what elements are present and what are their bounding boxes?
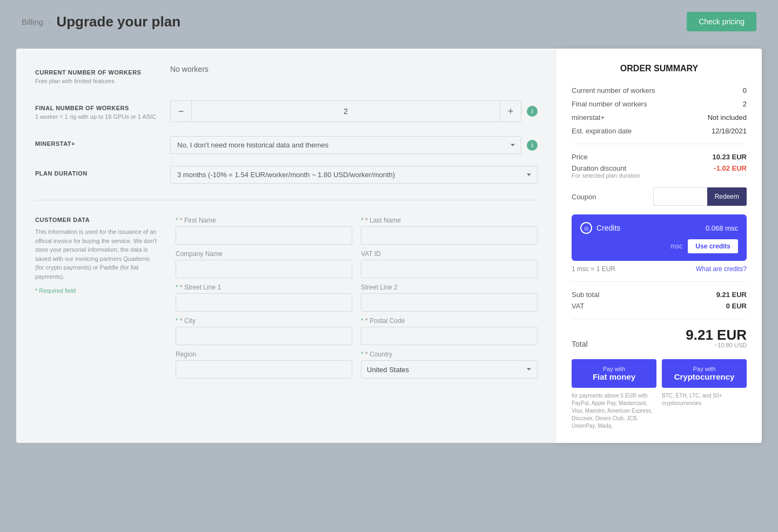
vat-row: VAT 0 EUR: [572, 302, 747, 310]
country-label: * * Country: [361, 351, 538, 358]
summary-minerstat: minerstat+ Not included: [572, 113, 747, 122]
street-line1-input[interactable]: [176, 293, 352, 312]
country-select[interactable]: United States: [361, 360, 538, 379]
city-postal-row: * * City * * Postal Code: [176, 317, 538, 345]
credits-icon: ◎: [580, 222, 592, 234]
vat-id-input[interactable]: [361, 260, 538, 278]
worker-count-value: 2: [191, 101, 500, 122]
pay-crypto-button[interactable]: Pay with Cryptocurrency: [662, 359, 747, 388]
minerstat-label-col: MINERSTAT+: [35, 136, 159, 149]
worker-stepper: − 2 +: [170, 100, 521, 122]
subtotal-section: Sub total 9.21 EUR VAT 0 EUR: [572, 291, 747, 310]
summary-divider-1: [572, 144, 747, 144]
region-col: Region: [176, 351, 352, 379]
final-workers-sublabel: 1 worker = 1 rig with up to 16 GPUs or 1…: [35, 113, 159, 120]
billing-breadcrumb[interactable]: Billing: [22, 17, 43, 26]
summary-divider-2: [572, 281, 747, 282]
crypto-payment-note: BTC, ETH, LTC, and 50+ cryptocurrencies: [662, 392, 747, 430]
customer-form: * * First Name * * Last Name Company Nam…: [176, 217, 538, 384]
pay-fiat-label: Pay with: [577, 366, 651, 372]
region-label: Region: [176, 351, 352, 358]
company-name-label: Company Name: [176, 250, 352, 258]
current-workers-sublabel: Free plan with limited features: [35, 78, 159, 84]
final-workers-control: − 2 + i: [170, 100, 538, 122]
duration-discount-row: Duration discount For selected plan dura…: [572, 164, 747, 179]
current-workers-control: No workers: [170, 65, 538, 73]
street-line2-input[interactable]: [361, 293, 538, 312]
postal-code-col: * * Postal Code: [361, 317, 538, 345]
required-note: * Required field: [35, 287, 159, 294]
summary-final-workers: Final number of workers 2: [572, 100, 747, 108]
total-section: Total 9.21 EUR ~10.80 USD: [572, 328, 747, 348]
customer-data-desc: This information is used for the issuanc…: [35, 227, 159, 281]
vat-id-col: VAT ID: [361, 250, 538, 278]
breadcrumb: Billing › Upgrade your plan: [22, 14, 180, 30]
use-credits-button[interactable]: Use credits: [688, 239, 738, 253]
region-input[interactable]: [176, 360, 352, 379]
summary-final-workers-value: 2: [743, 100, 747, 108]
credits-info-row: 1 msc = 1 EUR What are credits?: [572, 265, 747, 273]
current-workers-row: CURRENT NUMBER OF WORKERS Free plan with…: [35, 65, 538, 89]
total-row: Total 9.21 EUR ~10.80 USD: [572, 328, 747, 348]
right-panel: ORDER SUMMARY Current number of workers …: [556, 49, 762, 443]
subtotal-row: Sub total 9.21 EUR: [572, 291, 747, 299]
minerstat-control: No, I don't need more historical data an…: [170, 136, 538, 154]
left-panel: CURRENT NUMBER OF WORKERS Free plan with…: [16, 49, 556, 443]
plan-duration-select[interactable]: 3 months (-10% = 1.54 EUR/worker/month ~…: [170, 166, 538, 184]
last-name-input[interactable]: [361, 226, 538, 245]
vat-label: VAT: [572, 302, 584, 310]
final-workers-label: FINAL NUMBER OF WORKERS: [35, 105, 159, 111]
subtotal-value: 9.21 EUR: [716, 291, 747, 299]
name-row: * * First Name * * Last Name: [176, 217, 538, 245]
company-name-input[interactable]: [176, 260, 352, 278]
what-are-credits-link[interactable]: What are credits?: [696, 265, 747, 273]
price-label: Price: [572, 153, 588, 161]
redeem-button[interactable]: Redeem: [707, 187, 747, 206]
payment-notes: for payments above 5 EUR with PayPal, Ap…: [572, 392, 747, 430]
summary-final-workers-label: Final number of workers: [572, 100, 647, 108]
pay-fiat-button[interactable]: Pay with Fiat money: [572, 359, 656, 388]
minerstat-select[interactable]: No, I don't need more historical data an…: [170, 136, 521, 154]
pay-crypto-label: Pay with: [667, 366, 741, 372]
first-name-input[interactable]: [176, 226, 352, 245]
current-workers-label-col: CURRENT NUMBER OF WORKERS Free plan with…: [35, 65, 159, 89]
fiat-payment-note: for payments above 5 EUR with PayPal, Ap…: [572, 392, 656, 430]
city-label: * * City: [176, 317, 352, 325]
order-summary-title: ORDER SUMMARY: [572, 64, 747, 73]
city-col: * * City: [176, 317, 352, 345]
summary-minerstat-label: minerstat+: [572, 113, 605, 122]
credits-box: ◎ Credits 0.068 msc msc Use credits: [572, 214, 747, 261]
minerstat-info-icon[interactable]: i: [527, 140, 538, 151]
total-label: Total: [572, 340, 588, 348]
credits-amount: 0.068 msc: [706, 224, 738, 232]
plan-duration-select-wrapper: 3 months (-10% = 1.54 EUR/worker/month ~…: [170, 166, 538, 184]
duration-discount-value: -1.02 EUR: [714, 164, 747, 179]
check-pricing-button[interactable]: Check pricing: [687, 12, 756, 31]
country-col: * * Country United States: [361, 351, 538, 379]
increment-workers-button[interactable]: +: [500, 101, 521, 122]
company-vat-row: Company Name VAT ID: [176, 250, 538, 278]
credits-bottom: msc Use credits: [580, 239, 738, 253]
plan-duration-row: PLAN DURATION 3 months (-10% = 1.54 EUR/…: [35, 166, 538, 184]
customer-desc: CUSTOMER DATA This information is used f…: [35, 217, 159, 384]
summary-expiration-label: Est. expiration date: [572, 127, 632, 135]
summary-current-workers-label: Current number of workers: [572, 86, 655, 95]
coupon-input[interactable]: [653, 187, 707, 206]
street-line2-label: Street Line 2: [361, 284, 538, 291]
decrement-workers-button[interactable]: −: [171, 101, 191, 122]
page-title: Upgrade your plan: [56, 14, 180, 30]
postal-code-input[interactable]: [361, 327, 538, 345]
minerstat-select-wrapper: No, I don't need more historical data an…: [170, 136, 521, 154]
current-workers-value: No workers: [170, 65, 209, 73]
credits-rate: 1 msc = 1 EUR: [572, 265, 615, 273]
price-value: 10.23 EUR: [712, 153, 747, 161]
customer-section: CUSTOMER DATA This information is used f…: [35, 217, 538, 384]
summary-minerstat-value: Not included: [708, 113, 747, 122]
credits-label: ◎ Credits: [580, 222, 620, 234]
customer-data-title: CUSTOMER DATA: [35, 217, 159, 223]
street-line2-col: Street Line 2: [361, 284, 538, 312]
vat-id-label: VAT ID: [361, 250, 538, 258]
city-input[interactable]: [176, 327, 352, 345]
price-row: Price 10.23 EUR: [572, 153, 747, 161]
workers-info-icon[interactable]: i: [527, 106, 538, 117]
